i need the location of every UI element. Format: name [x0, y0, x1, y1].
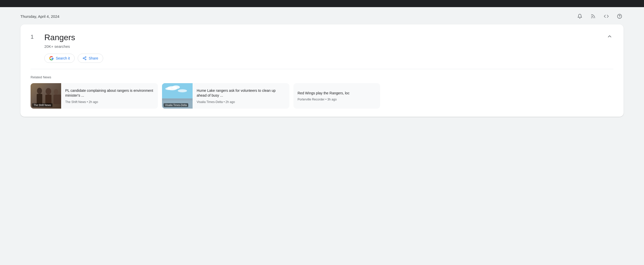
help-icon[interactable]	[615, 12, 624, 20]
news-headline-2: Hume Lake rangers ask for volunteers to …	[197, 88, 285, 98]
trend-number: 1	[31, 33, 38, 40]
header-icons	[576, 12, 624, 20]
svg-point-12	[54, 89, 58, 95]
news-headline-1: PL candidate complaining about rangers i…	[65, 88, 154, 98]
svg-point-16	[172, 85, 180, 89]
news-content-1: PL candidate complaining about rangers i…	[61, 85, 158, 107]
svg-point-17	[165, 87, 171, 90]
search-it-button[interactable]: Search it	[44, 54, 75, 63]
news-source-1: The Shift News • 2h ago	[65, 100, 154, 104]
news-card-1[interactable]: The Shift News PL candidate complaining …	[31, 83, 158, 109]
related-news-label: Related News	[31, 75, 613, 79]
top-bar	[0, 0, 644, 7]
google-logo-icon	[49, 56, 54, 61]
code-icon[interactable]	[602, 12, 610, 20]
svg-rect-9	[37, 94, 42, 104]
collapse-button[interactable]	[606, 33, 613, 41]
news-image-2: Visalia Times-Delta	[162, 83, 193, 109]
svg-line-6	[84, 58, 85, 59]
news-content-3: Red Wings play the Rangers, loc Portervi…	[298, 91, 376, 101]
header-date: Thursday, April 4, 2024	[20, 14, 59, 19]
svg-point-8	[37, 88, 42, 94]
news-card-2[interactable]: Visalia Times-Delta Hume Lake rangers as…	[162, 83, 289, 109]
share-label: Share	[89, 56, 98, 60]
bell-icon[interactable]	[576, 12, 584, 20]
news-image-label-1: The Shift News	[32, 103, 52, 107]
news-image-1: The Shift News	[31, 83, 61, 109]
svg-point-10	[46, 88, 51, 95]
svg-line-7	[84, 57, 85, 58]
svg-rect-11	[45, 95, 51, 104]
news-card-3[interactable]: Red Wings play the Rangers, loc Portervi…	[293, 83, 380, 109]
rss-icon[interactable]	[589, 12, 597, 20]
news-source-3: Porterville Recorder • 3h ago	[298, 98, 376, 101]
news-cards-container: The Shift News PL candidate complaining …	[31, 83, 613, 109]
trend-searches: 20K+ searches	[44, 44, 103, 49]
trend-header: 1 Rangers 20K+ searches Search it	[31, 33, 613, 63]
news-content-2: Hume Lake rangers ask for volunteers to …	[193, 85, 289, 107]
share-button[interactable]: Share	[78, 54, 103, 63]
trend-actions: Search it Share	[44, 54, 103, 63]
news-headline-3: Red Wings play the Rangers, loc	[298, 91, 376, 96]
share-icon	[83, 56, 87, 60]
svg-point-18	[178, 89, 187, 92]
divider	[31, 69, 613, 69]
news-source-2: Visalia Times-Delta • 2h ago	[197, 100, 285, 104]
trend-left: 1 Rangers 20K+ searches Search it	[31, 33, 103, 63]
svg-rect-13	[53, 95, 61, 104]
header: Thursday, April 4, 2024	[0, 7, 644, 24]
search-it-label: Search it	[56, 56, 70, 60]
trend-title: Rangers	[44, 33, 103, 42]
svg-point-0	[591, 18, 592, 18]
trend-info: Rangers 20K+ searches Search it	[44, 33, 103, 63]
news-image-label-2: Visalia Times-Delta	[164, 103, 188, 107]
trend-card: 1 Rangers 20K+ searches Search it	[20, 24, 624, 117]
main-container: 1 Rangers 20K+ searches Search it	[0, 24, 644, 117]
